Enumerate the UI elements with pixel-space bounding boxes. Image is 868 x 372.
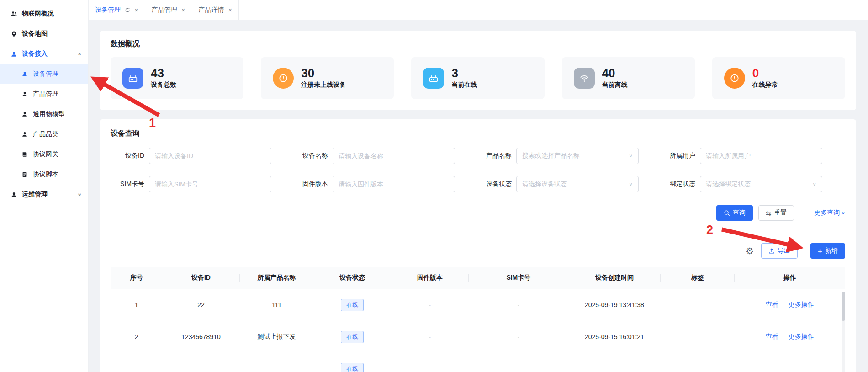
export-button-label: 导出 (778, 247, 790, 255)
cell-tag (661, 321, 735, 353)
cell-firmware: - (391, 321, 469, 353)
field-sim-number: SIM卡号 (111, 176, 294, 192)
add-button-label: 新增 (825, 247, 838, 255)
sidebar-item-iot-overview[interactable]: 物联网概况 (0, 4, 88, 24)
chevron-down-icon: ∨ (841, 210, 845, 215)
sidebar-item-device-management[interactable]: 设备管理 (0, 64, 88, 84)
sidebar-item-protocol-script[interactable]: 协议脚本 (0, 165, 88, 185)
cell-actions: 查看 更多操作 (735, 289, 845, 321)
col-header-product: 所属产品名称 (240, 267, 314, 289)
col-header-tag: 标签 (661, 267, 735, 289)
sidebar-item-product-management[interactable]: 产品管理 (0, 84, 88, 104)
more-actions-link[interactable]: 更多操作 (789, 333, 814, 340)
sidebar-item-label: 协议网关 (33, 150, 58, 159)
product-name-select[interactable]: 搜索或选择产品名称 ∨ (516, 148, 639, 164)
device-status-select[interactable]: 请选择设备状态 ∨ (516, 176, 639, 192)
plus-icon: + (818, 247, 822, 255)
content-area: 数据概况 43 设备总数 (89, 20, 868, 372)
owner-user-input[interactable] (700, 148, 822, 164)
select-placeholder: 请选择设备状态 (522, 180, 567, 188)
scrollbar-thumb[interactable] (842, 292, 845, 321)
search-button[interactable]: 查询 (716, 205, 753, 221)
device-id-input[interactable] (149, 148, 271, 164)
sidebar-item-label: 通用物模型 (33, 110, 65, 118)
tab-product-detail[interactable]: 产品详情 × (192, 0, 239, 20)
firmware-version-input[interactable] (333, 176, 455, 192)
sidebar-item-label: 协议脚本 (33, 170, 58, 179)
cell-index (111, 353, 162, 372)
person-icon (21, 111, 28, 118)
more-query-label: 更多查询 (814, 209, 840, 217)
more-query-link[interactable]: 更多查询 ∨ (814, 209, 845, 217)
view-link[interactable]: 查看 (766, 333, 778, 340)
export-button[interactable]: 导出 (761, 243, 798, 259)
col-header-firmware: 固件版本 (391, 267, 469, 289)
cell-index: 2 (111, 321, 162, 353)
col-header-device-id: 设备ID (162, 267, 240, 289)
select-placeholder: 搜索或选择产品名称 (522, 152, 580, 160)
cell-status: 在线 (313, 321, 391, 353)
field-device-id: 设备ID (111, 148, 294, 164)
field-owner-user: 所属用户 (662, 148, 845, 164)
chevron-down-icon: ∨ (812, 181, 816, 186)
sidebar-item-common-object-model[interactable]: 通用物模型 (0, 104, 88, 124)
device-icon (423, 68, 444, 89)
device-table: 序号 设备ID 所属产品名称 设备状态 固件版本 SIM卡号 设备创建时间 标签… (111, 267, 845, 372)
map-pin-icon (10, 30, 17, 37)
bind-status-select[interactable]: 请选择绑定状态 ∨ (700, 176, 822, 192)
device-query-card: 设备查询 设备ID 设备名称 产品名称 搜索或选择产品名称 ∨ (100, 119, 856, 372)
view-link[interactable]: 查看 (766, 301, 778, 308)
reset-button-label: 重置 (774, 209, 787, 217)
cell-device-id: 22 (162, 289, 240, 321)
device-icon (122, 68, 143, 89)
col-header-sim: SIM卡号 (469, 267, 568, 289)
stat-value: 43 (151, 67, 176, 80)
status-badge: 在线 (341, 331, 364, 343)
table-scrollbar[interactable] (842, 292, 845, 372)
close-icon[interactable]: × (228, 6, 233, 13)
sidebar-group-device-access[interactable]: 设备接入 ∧ (0, 44, 88, 64)
close-icon[interactable]: × (181, 6, 185, 13)
sidebar-group-ops-management[interactable]: 运维管理 ∨ (0, 185, 88, 205)
add-button[interactable]: + 新增 (810, 243, 845, 259)
cell-product: 测试上报下发 (240, 321, 314, 353)
table-row: 1 22 111 在线 - - 2025-09-19 13:41:38 查看 (111, 289, 845, 321)
document-icon (21, 171, 28, 178)
reset-button[interactable]: ⇆ 重置 (758, 205, 794, 221)
book-icon (21, 151, 28, 158)
more-actions-link[interactable]: 更多操作 (789, 301, 814, 308)
search-button-label: 查询 (733, 209, 746, 217)
sidebar-item-label: 设备接入 (22, 50, 48, 58)
refresh-icon[interactable] (125, 7, 130, 13)
sidebar-item-protocol-gateway[interactable]: 协议网关 (0, 144, 88, 165)
tab-label: 产品详情 (199, 6, 224, 14)
wifi-icon (574, 68, 595, 89)
field-label: SIM卡号 (111, 180, 149, 188)
tab-product-management[interactable]: 产品管理 × (145, 0, 192, 20)
search-icon (724, 210, 730, 216)
tab-label: 设备管理 (95, 6, 121, 14)
cell-tag (661, 353, 735, 372)
stat-total-devices: 43 设备总数 (111, 57, 243, 99)
table-header-row: 序号 设备ID 所属产品名称 设备状态 固件版本 SIM卡号 设备创建时间 标签… (111, 267, 845, 289)
sidebar-item-label: 设备地图 (22, 30, 48, 38)
stat-currently-offline: 40 当前离线 (562, 57, 695, 99)
cell-sim: - (469, 289, 568, 321)
sidebar-item-product-category[interactable]: 产品品类 (0, 124, 88, 144)
gear-icon[interactable]: ⚙ (746, 246, 754, 255)
stat-value: 40 (602, 67, 628, 80)
tab-device-management[interactable]: 设备管理 × (89, 0, 145, 20)
tab-label: 产品管理 (152, 6, 177, 14)
close-icon[interactable]: × (134, 6, 138, 13)
people-icon (10, 10, 17, 17)
device-name-input[interactable] (333, 148, 455, 164)
sidebar-item-device-map[interactable]: 设备地图 (0, 24, 88, 44)
export-icon (768, 248, 775, 254)
device-table-wrap: 序号 设备ID 所属产品名称 设备状态 固件版本 SIM卡号 设备创建时间 标签… (111, 267, 845, 372)
stat-value: 3 (451, 67, 477, 80)
alert-icon (724, 68, 745, 89)
cell-product (240, 353, 314, 372)
sim-number-input[interactable] (149, 176, 271, 192)
cell-status: 在线 (313, 289, 391, 321)
cell-product: 111 (240, 289, 314, 321)
